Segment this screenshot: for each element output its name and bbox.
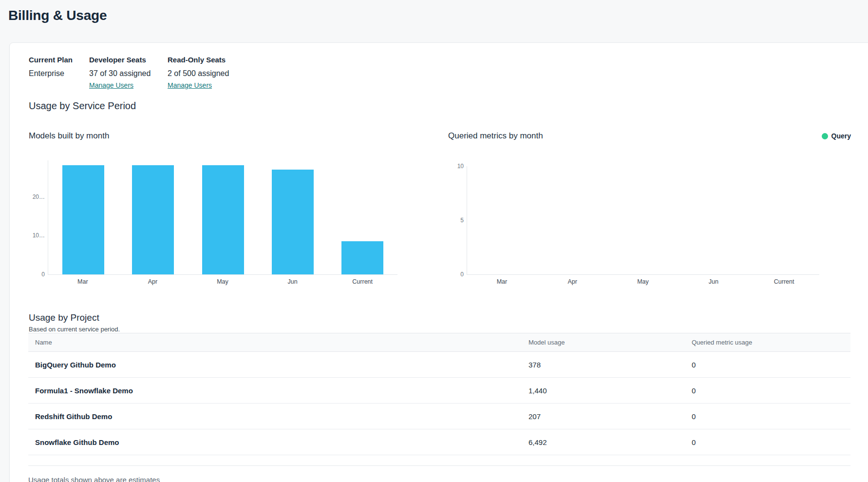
developer-seats-value: 37 of 30 assigned [89,69,168,78]
queried-metric-usage-cell: 0 [692,361,850,369]
y-axis-tick-label: 20… [33,193,45,201]
x-axis-label: Current [327,278,397,286]
column-header-name: Name [28,339,528,346]
bar [272,170,314,274]
table-row: BigQuery Github Demo3780 [28,352,850,378]
y-axis-tick-label: 10… [33,231,45,239]
billing-usage-page: { "page": { "title": "Billing & Usage" }… [0,0,868,482]
y-axis-tick-label: 10 [457,162,464,170]
x-axis-label: May [188,278,258,286]
manage-users-link-developer[interactable]: Manage Users [89,81,133,90]
page-title: Billing & Usage [8,8,107,23]
developer-seats-label: Developer Seats [89,56,168,64]
models-built-plot-area: 010…20… [48,160,397,275]
current-plan-block: Current Plan Enterprise [29,56,89,90]
current-plan-value: Enterprise [29,69,89,78]
x-axis-label: Mar [48,278,118,286]
billing-card: Current Plan Enterprise Developer Seats … [9,42,868,482]
usage-by-project-table: Name Model usage Queried metric usage Bi… [28,333,850,466]
queried-metrics-chart: Queried metrics by month Query 0510 MarA… [448,131,851,299]
developer-seats-block: Developer Seats 37 of 30 assigned Manage… [89,56,168,90]
y-axis-tick-label: 0 [41,270,45,278]
model-usage-cell: 1,440 [528,386,692,395]
x-axis-label: Jun [258,278,328,286]
bar [62,165,104,274]
queried-metric-usage-cell: 0 [692,438,850,446]
legend-swatch-icon [822,133,828,139]
model-usage-cell: 6,492 [528,438,692,446]
readonly-seats-value: 2 of 500 assigned [168,69,229,78]
table-row: Redshift Github Demo2070 [28,404,850,429]
x-axis-label: Apr [118,278,188,286]
queried-metrics-chart-title: Queried metrics by month [448,131,543,141]
column-header-queried-metric-usage: Queried metric usage [692,339,850,346]
bar [132,165,174,274]
readonly-seats-block: Read-Only Seats 2 of 500 assigned Manage… [168,56,229,90]
x-axis-label: Apr [537,278,608,286]
usage-by-project-subtitle: Based on current service period. [29,326,120,333]
table-empty-row [28,455,850,466]
usage-by-project-title: Usage by Project [29,312,99,323]
usage-table-body: BigQuery Github Demo3780Formula1 - Snowf… [28,352,850,455]
project-name-cell: Snowflake Github Demo [28,438,528,446]
queried-metric-usage-cell: 0 [692,386,850,395]
legend-label-query: Query [831,132,851,140]
x-axis-label: May [608,278,679,286]
legend-item-query[interactable]: Query [822,132,851,140]
queried-metric-usage-cell: 0 [692,412,850,421]
bar [341,241,383,274]
x-axis-label: Mar [467,278,537,286]
table-row: Snowflake Github Demo6,4920 [28,429,850,455]
charts-row: Models built by month 010…20… MarAprMayJ… [29,131,851,299]
y-axis-tick-label: 0 [460,270,464,278]
x-axis-label: Jun [678,278,749,286]
project-name-cell: Redshift Github Demo [28,412,528,421]
project-name-cell: Formula1 - Snowflake Demo [28,386,528,395]
column-header-model-usage: Model usage [528,339,692,346]
models-built-chart-title: Models built by month [29,131,109,141]
bar [202,165,244,274]
model-usage-cell: 378 [528,361,692,369]
plan-summary: Current Plan Enterprise Developer Seats … [29,56,229,90]
models-built-chart: Models built by month 010…20… MarAprMayJ… [29,131,418,299]
usage-footnote: Usage totals shown above are estimates [28,476,160,482]
model-usage-cell: 207 [528,412,692,421]
table-header-row: Name Model usage Queried metric usage [28,333,850,352]
queried-metrics-plot-area: 0510 [467,166,819,275]
readonly-seats-label: Read-Only Seats [168,56,229,64]
manage-users-link-readonly[interactable]: Manage Users [168,81,212,90]
y-axis-tick-label: 5 [460,216,464,224]
project-name-cell: BigQuery Github Demo [28,361,528,369]
x-axis-label: Current [749,278,819,286]
current-plan-label: Current Plan [29,56,89,64]
usage-by-service-period-title: Usage by Service Period [29,100,136,112]
table-row: Formula1 - Snowflake Demo1,4400 [28,378,850,404]
